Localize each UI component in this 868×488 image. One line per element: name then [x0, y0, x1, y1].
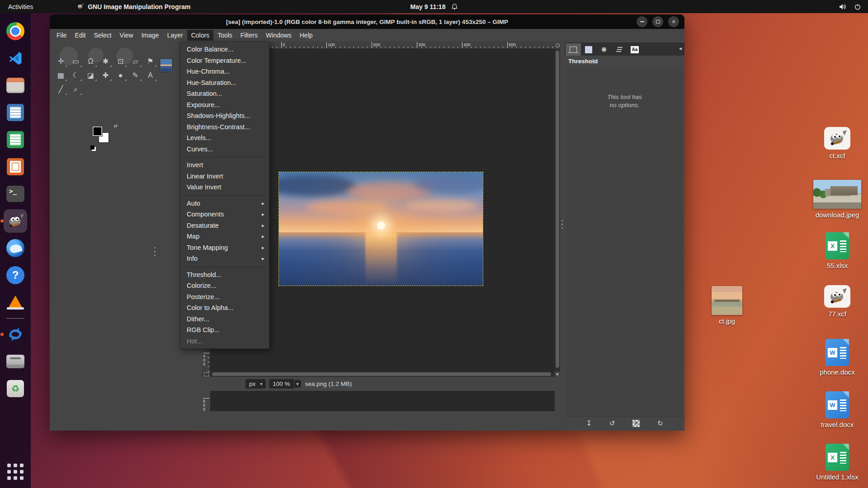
- dock-thunderbird[interactable]: [4, 236, 27, 260]
- menu-item-hue-saturation[interactable]: Hue-Saturation...: [180, 77, 269, 89]
- menu-layer[interactable]: Layer: [163, 30, 187, 41]
- tool-crop[interactable]: ⊡: [113, 54, 128, 68]
- close-button[interactable]: ✕: [668, 16, 679, 27]
- dock-libreoffice-writer[interactable]: [4, 101, 27, 124]
- menu-tools[interactable]: Tools: [213, 30, 236, 41]
- panel-menu-button[interactable]: ◂: [679, 45, 682, 52]
- desktop-icon-phone-docx[interactable]: W phone.docx: [812, 339, 862, 376]
- foreground-color-swatch[interactable]: [92, 126, 103, 136]
- zoom-dropdown-button[interactable]: ▾: [294, 380, 301, 388]
- vertical-scrollbar[interactable]: [555, 49, 560, 371]
- tool-smudge[interactable]: ●: [113, 68, 128, 82]
- menu-item-brightness-contrast[interactable]: Brightness-Contrast...: [180, 122, 269, 133]
- desktop-icon-untitled-1-xlsx[interactable]: X Untitled 1.xlsx: [812, 444, 862, 481]
- menu-item-levels[interactable]: Levels...: [180, 132, 269, 144]
- desktop-icon-download-jpeg[interactable]: download.jpeg: [812, 180, 862, 219]
- menu-item-saturation[interactable]: Saturation...: [180, 88, 269, 99]
- clock[interactable]: May 9 11:18: [410, 3, 446, 10]
- dock-terminal[interactable]: >_: [4, 182, 27, 206]
- menu-view[interactable]: View: [116, 30, 137, 41]
- menu-item-rgb-clip[interactable]: RGB Clip...: [180, 324, 269, 336]
- tool-handle-transform[interactable]: ⚑: [143, 54, 158, 68]
- menu-item-color-balance[interactable]: Color Balance...: [180, 44, 269, 55]
- menu-item-tone-mapping[interactable]: Tone Mapping▸: [180, 242, 269, 253]
- menu-item-linear-invert[interactable]: Linear Invert: [180, 171, 269, 182]
- volume-icon[interactable]: [839, 4, 846, 10]
- tool-free-select[interactable]: Ω: [83, 54, 98, 68]
- menu-item-posterize[interactable]: Posterize...: [180, 291, 269, 303]
- desktop-icon-77-xcf[interactable]: 77.xcf: [812, 285, 862, 318]
- title-bar[interactable]: [sea] (imported)-1.0 (RGB color 8-bit ga…: [50, 14, 684, 29]
- zoom-follow-window-button[interactable]: [555, 42, 560, 49]
- default-colors-icon[interactable]: [90, 145, 94, 150]
- menu-item-exposure[interactable]: Exposure...: [180, 99, 269, 111]
- maximize-button[interactable]: [652, 16, 663, 27]
- show-applications-button[interactable]: [4, 460, 27, 483]
- tool-rectangle-select[interactable]: ▭: [68, 54, 83, 68]
- image-tab-thumbnail[interactable]: [160, 58, 173, 72]
- activities-button[interactable]: Activities: [0, 0, 41, 13]
- menu-item-color-temperature[interactable]: Color Temperature...: [180, 55, 269, 66]
- dock-help[interactable]: ?: [4, 263, 27, 287]
- menu-item-color-to-alpha[interactable]: Color to Alpha...: [180, 302, 269, 314]
- tab-brushes[interactable]: ❋: [596, 43, 612, 56]
- tool-unified-transform[interactable]: ▱: [128, 54, 143, 68]
- menu-edit[interactable]: Edit: [71, 30, 90, 41]
- menu-item-map[interactable]: Map▸: [180, 231, 269, 242]
- dock-libreoffice-calc[interactable]: [4, 128, 27, 151]
- menu-item-hot[interactable]: Hot...: [180, 336, 269, 347]
- menu-item-value-invert[interactable]: Value Invert: [180, 182, 269, 193]
- menu-item-info[interactable]: Info▸: [180, 253, 269, 264]
- dock-gimp[interactable]: [4, 209, 27, 233]
- tool-heal[interactable]: ✚: [98, 68, 113, 82]
- desktop-icon-ct-xcf[interactable]: ct.xcf: [812, 127, 862, 160]
- sea-image[interactable]: [279, 172, 483, 286]
- tool-mypaint-brush[interactable]: ☾: [68, 68, 83, 82]
- tab-fonts[interactable]: Aa: [627, 43, 642, 56]
- menu-item-hue-chroma[interactable]: Hue-Chroma...: [180, 66, 269, 77]
- tool-fuzzy-select[interactable]: ✱: [98, 54, 113, 68]
- menu-item-threshold[interactable]: Threshold...: [180, 269, 269, 281]
- menu-item-curves[interactable]: Curves...: [180, 144, 269, 155]
- menu-help[interactable]: Help: [296, 30, 317, 41]
- zoom-level-field[interactable]: 100 %: [269, 379, 293, 389]
- tool-color-picker[interactable]: ╱: [53, 82, 68, 96]
- tool-ink[interactable]: ✎: [128, 68, 143, 82]
- desktop-icon-travel-docx[interactable]: W travel.docx: [812, 391, 862, 428]
- menu-image[interactable]: Image: [137, 30, 163, 41]
- reset-options-button[interactable]: ↻: [657, 419, 663, 427]
- tool-move[interactable]: ✛: [53, 54, 68, 68]
- menu-item-desaturate[interactable]: Desaturate▸: [180, 220, 269, 231]
- tab-patterns[interactable]: [581, 43, 596, 56]
- menu-colors[interactable]: Colors: [187, 30, 213, 41]
- dock-vscode[interactable]: [4, 47, 27, 70]
- quick-mask-button[interactable]: [202, 371, 210, 377]
- tool-eraser[interactable]: ◪: [83, 68, 98, 82]
- revert-options-button[interactable]: ↺: [609, 419, 615, 427]
- menu-item-dither[interactable]: Dither...: [180, 314, 269, 325]
- navigation-button[interactable]: ➤: [555, 371, 560, 377]
- panel-grip[interactable]: [561, 220, 563, 231]
- menu-item-shadows-highlights[interactable]: Shadows-Highlights...: [180, 110, 269, 122]
- tab-tool-options[interactable]: [566, 43, 581, 56]
- tool-zoom[interactable]: ⌕: [68, 82, 83, 96]
- dock-files[interactable]: [4, 74, 27, 97]
- save-options-button[interactable]: ↧: [586, 419, 592, 427]
- tab-gradients[interactable]: ☰: [612, 43, 627, 56]
- menu-filters[interactable]: Filters: [236, 30, 262, 41]
- dock-google-chrome[interactable]: [4, 19, 27, 43]
- dock-software-updater[interactable]: [4, 323, 27, 346]
- desktop-icon-ct-jpg[interactable]: ct.jpg: [702, 286, 752, 325]
- menu-windows[interactable]: Windows: [262, 30, 296, 41]
- focused-app-indicator[interactable]: GNU Image Manipulation Program: [76, 3, 190, 10]
- menu-item-invert[interactable]: Invert: [180, 160, 269, 171]
- menu-item-components[interactable]: Components▸: [180, 209, 269, 220]
- swap-colors-icon[interactable]: ⇄: [114, 123, 118, 128]
- tool-text[interactable]: A: [143, 68, 158, 82]
- menu-select[interactable]: Select: [90, 30, 116, 41]
- dock-libreoffice-impress[interactable]: [4, 155, 27, 178]
- tool-gradient[interactable]: ▦: [53, 68, 68, 82]
- dock-vlc[interactable]: [4, 291, 27, 314]
- menu-item-auto[interactable]: Auto▸: [180, 198, 269, 209]
- minimize-button[interactable]: [637, 16, 647, 27]
